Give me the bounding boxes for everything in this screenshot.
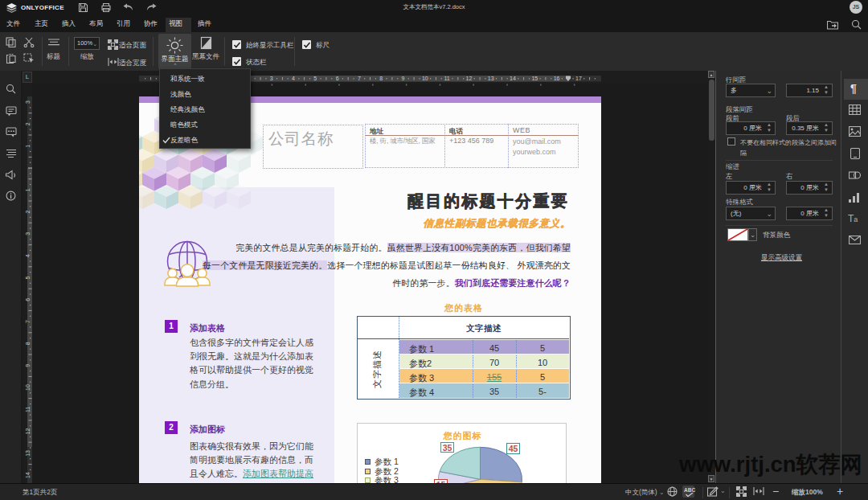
svg-text:6: 6 xyxy=(25,298,31,301)
svg-text:8: 8 xyxy=(25,342,31,345)
svg-text:9: 9 xyxy=(25,364,31,367)
svg-text:12: 12 xyxy=(25,428,31,435)
svg-text:14: 14 xyxy=(510,76,516,81)
svg-text:6: 6 xyxy=(336,76,339,81)
svg-text:7: 7 xyxy=(358,76,361,81)
svg-text:17: 17 xyxy=(575,76,582,81)
svg-text:11: 11 xyxy=(25,407,31,412)
svg-text:15: 15 xyxy=(531,76,538,81)
svg-text:13: 13 xyxy=(488,76,494,81)
svg-text:5: 5 xyxy=(313,76,317,81)
svg-text:8: 8 xyxy=(379,76,383,81)
svg-text:5: 5 xyxy=(25,276,31,279)
svg-text:14: 14 xyxy=(25,472,31,478)
svg-text:3: 3 xyxy=(25,100,31,104)
svg-text:16: 16 xyxy=(554,76,560,81)
svg-text:3: 3 xyxy=(25,232,31,236)
svg-text:1: 1 xyxy=(25,145,31,148)
svg-text:13: 13 xyxy=(25,450,31,457)
svg-text:1: 1 xyxy=(25,188,31,191)
svg-text:3: 3 xyxy=(270,76,273,81)
svg-text:4: 4 xyxy=(292,76,295,81)
svg-text:9: 9 xyxy=(402,76,405,81)
svg-text:12: 12 xyxy=(466,76,473,81)
svg-text:7: 7 xyxy=(25,320,31,323)
svg-text:10: 10 xyxy=(422,76,428,81)
svg-text:2: 2 xyxy=(25,211,31,214)
svg-text:2: 2 xyxy=(25,122,31,125)
svg-text:11: 11 xyxy=(444,76,449,81)
svg-text:10: 10 xyxy=(25,384,31,391)
svg-text:4: 4 xyxy=(25,254,31,257)
